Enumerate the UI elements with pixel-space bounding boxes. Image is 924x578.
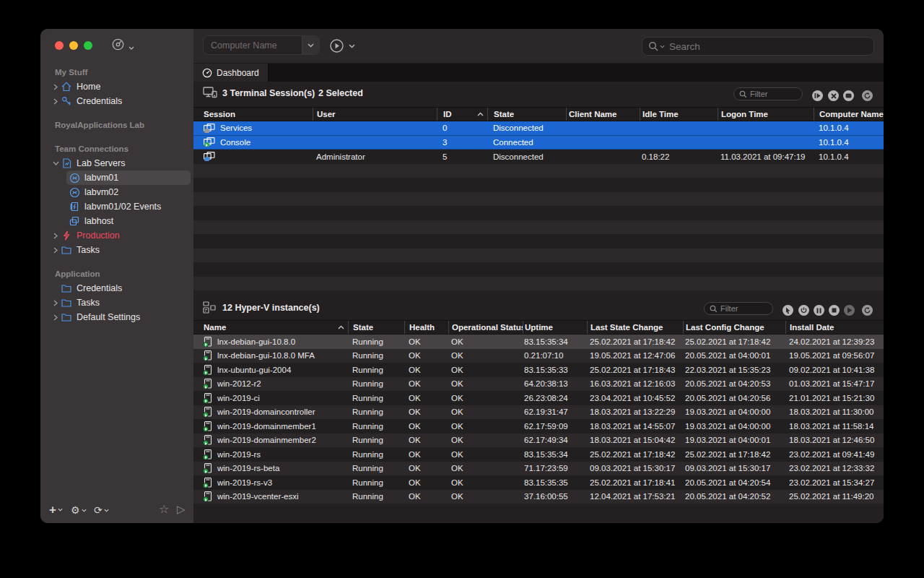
cell-state: Running: [348, 422, 404, 431]
refresh-button[interactable]: [862, 90, 873, 101]
table-row[interactable]: lnx-ubuntu-gui-2004 Running OK OK 83.15:…: [193, 363, 884, 377]
connect-button[interactable]: [329, 38, 355, 53]
chevron-down-icon: [308, 43, 314, 48]
cell-name: win-2019-domainmember1: [217, 422, 316, 431]
actions-button[interactable]: ⟳: [94, 505, 109, 515]
column-header-state[interactable]: State: [487, 108, 566, 121]
sidebar-item-production[interactable]: Production: [40, 228, 193, 243]
table-row[interactable]: win-2019-vcenter-esxi Running OK OK 37.1…: [193, 490, 884, 504]
zoom-window-button[interactable]: [84, 41, 92, 50]
column-header-id[interactable]: ID: [437, 108, 487, 121]
chevron-down-icon[interactable]: [51, 161, 61, 165]
hyperv-filter-field[interactable]: [704, 302, 773, 315]
column-header-client-name[interactable]: Client Name: [566, 108, 640, 121]
vm-icon: [204, 449, 212, 460]
computer-name-dropdown-button[interactable]: [302, 36, 319, 54]
chevron-down-icon: [349, 44, 355, 48]
logoff-session-button[interactable]: [812, 90, 823, 101]
minimize-window-button[interactable]: [69, 41, 78, 50]
disconnect-session-button[interactable]: [828, 90, 839, 101]
terminal-filter-field[interactable]: [733, 87, 803, 100]
sidebar-item-tasks[interactable]: Tasks: [40, 243, 193, 257]
sidebar-item-labvm-events[interactable]: labvm01/02 Events: [40, 199, 193, 214]
chevron-right-icon[interactable]: [51, 233, 61, 239]
sidebar-item-app-credentials[interactable]: Credentials: [40, 281, 193, 296]
table-row[interactable]: win-2019-rs-beta Running OK OK 71.17:23:…: [193, 462, 884, 476]
terminal-session-icon: [204, 124, 215, 133]
column-header-name[interactable]: Name: [193, 321, 348, 334]
document-icon: [61, 158, 72, 168]
table-row[interactable]: win-2019-domaincontroller Running OK OK …: [193, 405, 884, 420]
folder-icon: [61, 298, 72, 307]
add-button[interactable]: +: [49, 504, 63, 516]
table-row[interactable]: Administrator 5 Disconnected 0.18:22 11.…: [193, 150, 884, 164]
tab-bar: Dashboard: [193, 64, 884, 82]
cell-install-date: 18.03.2021 at 12:46:50: [785, 436, 884, 444]
column-header-computer-name[interactable]: Computer Name: [814, 108, 884, 121]
host-windows-icon: [69, 216, 80, 226]
cell-state: Running: [348, 366, 404, 374]
column-header-logon-time[interactable]: Logon Time: [718, 108, 814, 121]
hyperv-filter-input[interactable]: [720, 304, 767, 313]
table-row[interactable]: win-2019-domainmember2 Running OK OK 62.…: [193, 434, 884, 448]
cell-state: Running: [348, 407, 404, 416]
star-icon: ☆: [159, 504, 169, 515]
chevron-right-icon[interactable]: [51, 300, 61, 306]
column-header-operational-status[interactable]: Operational Status: [448, 321, 523, 334]
column-header-uptime[interactable]: Uptime: [523, 321, 587, 334]
run-button[interactable]: ▷: [177, 504, 186, 514]
tab-dashboard[interactable]: Dashboard: [193, 64, 269, 82]
sidebar-item-labvm02[interactable]: labvm02: [40, 185, 193, 199]
cell-operational-status: OK: [448, 407, 523, 416]
sidebar-item-credentials[interactable]: Credentials: [40, 94, 193, 108]
connect-menu-button[interactable]: [111, 38, 134, 54]
column-header-session[interactable]: Session: [193, 108, 313, 121]
column-header-last-config-change[interactable]: Last Config Change: [683, 321, 785, 334]
search-input[interactable]: [669, 41, 868, 52]
close-window-button[interactable]: [55, 41, 64, 50]
table-row[interactable]: lnx-debian-gui-10.8.0 Running OK OK 83.1…: [193, 335, 884, 349]
sidebar-item-lab-servers[interactable]: Lab Servers: [40, 156, 193, 171]
table-row[interactable]: win-2019-domainmember1 Running OK OK 62.…: [193, 419, 884, 434]
column-header-user[interactable]: User: [313, 108, 437, 121]
table-row[interactable]: win-2019-rs-v3 Running OK OK 83.15:35:35…: [193, 475, 884, 490]
connect-vm-button[interactable]: [783, 305, 793, 316]
search-field[interactable]: [642, 37, 874, 56]
table-row[interactable]: lnx-debian-gui-10.8.0 MFA Running OK OK …: [193, 349, 884, 363]
hyperv-panel-title: 12 Hyper-V instance(s): [222, 303, 320, 313]
column-header-last-state-change[interactable]: Last State Change: [587, 321, 683, 334]
table-row[interactable]: win-2012-r2 Running OK OK 64.20:38:13 16…: [193, 377, 884, 392]
chevron-right-icon[interactable]: [51, 84, 61, 90]
start-vm-button[interactable]: [844, 305, 855, 316]
column-header-idle-time[interactable]: Idle Time: [640, 108, 718, 121]
pause-vm-button[interactable]: [814, 305, 824, 316]
cell-session: Services: [220, 124, 252, 132]
sidebar-item-labvm01[interactable]: labvm01: [40, 171, 193, 185]
terminal-filter-input[interactable]: [750, 90, 797, 98]
column-header-state[interactable]: State: [348, 321, 404, 334]
computer-name-input[interactable]: [204, 36, 302, 54]
favorite-button[interactable]: ☆: [159, 504, 169, 515]
stop-vm-button[interactable]: [829, 305, 840, 316]
sidebar-item-labhost[interactable]: labhost: [40, 214, 193, 228]
chevron-right-icon[interactable]: [51, 98, 61, 105]
table-row[interactable]: Console 3 Connected 10.1.0.4: [193, 136, 884, 150]
cell-last-config-change: 22.03.2021 at 15:35:23: [683, 366, 785, 374]
send-message-button[interactable]: [843, 90, 854, 101]
sidebar-item-app-tasks[interactable]: Tasks: [40, 296, 193, 310]
chevron-right-icon[interactable]: [51, 247, 61, 254]
table-row[interactable]: win-2019-rs Running OK OK 83.15:35:34 25…: [193, 447, 884, 462]
refresh-button[interactable]: [862, 305, 873, 316]
column-header-install-date[interactable]: Install Date: [785, 321, 884, 334]
sidebar-item-home[interactable]: Home: [40, 79, 193, 94]
table-row[interactable]: Services 0 Disconnected 10.1.0.4: [193, 121, 884, 136]
computer-name-combo[interactable]: [203, 35, 320, 55]
column-header-health[interactable]: Health: [404, 321, 448, 334]
power-vm-button[interactable]: [798, 305, 809, 316]
sidebar-item-default-settings[interactable]: Default Settings: [40, 310, 193, 324]
cell-name: lnx-ubuntu-gui-2004: [217, 366, 291, 374]
chevron-right-icon[interactable]: [51, 314, 61, 321]
cell-name: win-2019-rs-beta: [217, 464, 279, 473]
settings-button[interactable]: ⚙: [71, 505, 87, 515]
table-row[interactable]: win-2019-ci Running OK OK 26.23:08:24 23…: [193, 391, 884, 405]
